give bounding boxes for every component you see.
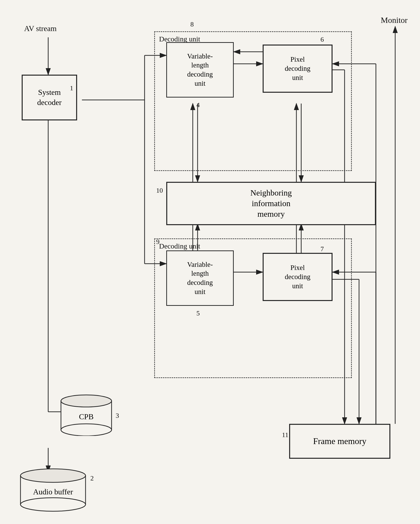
num-7: 7 <box>321 245 324 253</box>
audio-buffer-label: Audio buffer <box>33 487 73 496</box>
pixel-decoding-top-box: Pixel decoding unit <box>263 44 332 93</box>
svg-point-33 <box>61 395 112 407</box>
frame-memory-label: Frame memory <box>313 436 366 447</box>
num-9: 9 <box>156 238 160 246</box>
num-6: 6 <box>321 36 324 43</box>
diagram: AV stream System decoder 1 Decoding unit… <box>0 0 420 524</box>
num-10: 10 <box>156 187 163 194</box>
monitor-label: Monitor <box>381 16 407 25</box>
variable-length-top-label: Variable- length decoding unit <box>187 52 213 88</box>
system-decoder-box: System decoder <box>22 75 77 120</box>
neighboring-memory-label: Neighboring information memory <box>250 188 292 220</box>
cpb-cylinder: CPB <box>60 393 113 436</box>
num-11: 11 <box>282 431 288 439</box>
svg-point-35 <box>20 498 86 511</box>
pixel-decoding-top-label: Pixel decoding unit <box>285 55 310 82</box>
num-3: 3 <box>116 412 119 419</box>
svg-point-36 <box>20 469 86 482</box>
num-8: 8 <box>190 20 194 28</box>
num-5: 5 <box>197 309 200 317</box>
cpb-label: CPB <box>79 412 93 421</box>
variable-length-bottom-label: Variable- length decoding unit <box>187 260 213 297</box>
frame-memory-box: Frame memory <box>289 424 390 459</box>
audio-buffer-cylinder: Audio buffer <box>19 467 87 512</box>
num-4: 4 <box>197 101 200 109</box>
pixel-decoding-bottom-box: Pixel decoding unit <box>263 253 332 301</box>
decoding-unit-bottom-label: Decoding unit <box>159 242 200 250</box>
neighboring-memory-box: Neighboring information memory <box>166 182 376 225</box>
variable-length-bottom-box: Variable- length decoding unit <box>166 250 234 306</box>
decoding-unit-top-label: Decoding unit <box>159 35 200 43</box>
system-decoder-label: System decoder <box>37 87 62 107</box>
pixel-decoding-bottom-label: Pixel decoding unit <box>285 263 310 290</box>
num-2: 2 <box>90 474 94 482</box>
num-1: 1 <box>70 84 73 92</box>
svg-point-32 <box>61 424 112 436</box>
av-stream-label: AV stream <box>24 24 57 33</box>
variable-length-top-box: Variable- length decoding unit <box>166 42 234 97</box>
